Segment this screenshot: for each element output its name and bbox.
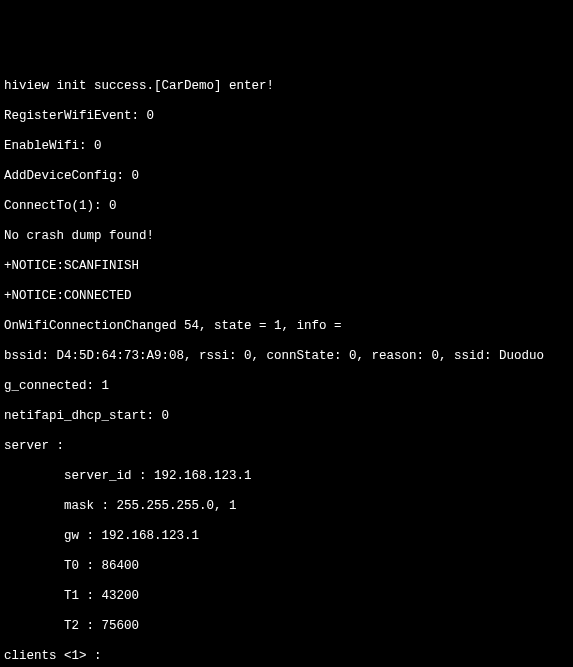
log-line: bssid: D4:5D:64:73:A9:08, rssi: 0, connS…	[4, 349, 569, 364]
log-line: T1 : 43200	[4, 589, 569, 604]
log-line: server :	[4, 439, 569, 454]
log-line: OnWifiConnectionChanged 54, state = 1, i…	[4, 319, 569, 334]
log-line: +NOTICE:SCANFINISH	[4, 259, 569, 274]
log-line: gw : 192.168.123.1	[4, 529, 569, 544]
log-line: AddDeviceConfig: 0	[4, 169, 569, 184]
log-line: hiview init success.[CarDemo] enter!	[4, 79, 569, 94]
log-line: g_connected: 1	[4, 379, 569, 394]
log-line: EnableWifi: 0	[4, 139, 569, 154]
log-line: clients <1> :	[4, 649, 569, 664]
log-line: server_id : 192.168.123.1	[4, 469, 569, 484]
log-line: mask : 255.255.255.0, 1	[4, 499, 569, 514]
terminal-output: hiview init success.[CarDemo] enter! Reg…	[4, 64, 569, 667]
log-line: RegisterWifiEvent: 0	[4, 109, 569, 124]
log-line: T0 : 86400	[4, 559, 569, 574]
log-line: netifapi_dhcp_start: 0	[4, 409, 569, 424]
log-line: +NOTICE:CONNECTED	[4, 289, 569, 304]
log-line: T2 : 75600	[4, 619, 569, 634]
log-line: ConnectTo(1): 0	[4, 199, 569, 214]
log-line: No crash dump found!	[4, 229, 569, 244]
